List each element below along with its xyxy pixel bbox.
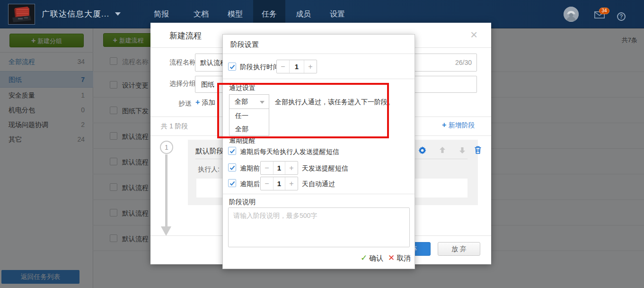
after-due-suffix: 天自动通过	[302, 180, 335, 189]
trash-icon	[473, 145, 483, 155]
plus-icon: +	[195, 98, 200, 106]
app-root: 广联达信息大厦... 简报 文档 模型 任务 成员 设置 34 ?	[0, 0, 644, 288]
building-thumbnail-icon	[9, 4, 35, 24]
chevron-down-icon[interactable]	[115, 12, 121, 16]
stepper-plus-button[interactable]: +	[285, 162, 298, 174]
divider	[223, 194, 415, 194]
delete-stage-button[interactable]	[473, 145, 483, 157]
stage-number-badge: 1	[160, 141, 173, 154]
pass-rule-dropdown: 任一 全部	[229, 109, 269, 136]
check-icon	[229, 180, 236, 187]
stage-settings-button[interactable]	[418, 146, 427, 157]
check-icon	[229, 164, 236, 171]
stage-desc-title: 阶段说明	[229, 198, 256, 207]
stage-settings-modal: 阶段设置 阶段执行时间: − 1 + 通过设置 全部 任一 全部 全部执行人通过…	[222, 34, 415, 269]
daily-remind-checkbox[interactable]	[228, 147, 236, 155]
stepper-plus-button[interactable]: +	[285, 177, 298, 190]
notification-badge: 34	[599, 8, 609, 14]
timeline-line	[165, 154, 168, 226]
divider	[223, 54, 415, 54]
stage-total-label: 共 1 阶段	[161, 122, 188, 131]
move-stage-up-button[interactable]	[438, 146, 447, 156]
after-due-label: 逾期后	[240, 180, 260, 189]
cross-icon: ✕	[388, 253, 395, 262]
stage-desc-textarea[interactable]	[228, 207, 410, 247]
dropdown-option-all[interactable]: 全部	[229, 122, 269, 135]
flow-name-label: 流程名称	[169, 58, 196, 67]
before-due-suffix: 天发送提醒短信	[302, 164, 348, 173]
exec-time-stepper: − 1 +	[276, 60, 317, 73]
daily-remind-label: 逾期后每天给执行人发送提醒短信	[240, 148, 339, 156]
after-due-checkbox[interactable]	[228, 179, 236, 187]
caret-down-icon	[260, 101, 265, 104]
timeline-arrow-icon	[161, 226, 171, 236]
check-icon	[229, 148, 236, 154]
stepper-value[interactable]: 1	[273, 177, 285, 190]
divider	[223, 79, 415, 79]
pass-rule-description: 全部执行人通过，该任务进入下一阶段。	[275, 98, 394, 107]
gear-icon	[418, 146, 427, 155]
dropdown-option-any[interactable]: 任一	[229, 109, 269, 122]
group-select-label: 选择分组	[169, 80, 196, 88]
stepper-plus-button[interactable]: +	[304, 60, 317, 73]
pass-rule-select[interactable]: 全部	[229, 94, 269, 109]
project-title[interactable]: 广联达信息大厦...	[42, 9, 109, 19]
char-counter: 26/30	[455, 54, 472, 71]
plus-icon: +	[442, 121, 446, 129]
help-icon[interactable]: ?	[617, 12, 626, 21]
exec-time-checkbox[interactable]	[228, 63, 236, 71]
discard-button[interactable]: 放 弃	[438, 242, 480, 256]
exec-time-label: 阶段执行时间:	[240, 63, 282, 72]
close-icon[interactable]: ×	[470, 28, 477, 41]
stepper-minus-button[interactable]: −	[277, 60, 289, 73]
before-due-checkbox[interactable]	[228, 163, 236, 171]
stepper-minus-button[interactable]: −	[261, 177, 273, 190]
executor-label: 执行人:	[198, 165, 220, 174]
before-due-label: 逾期前	[240, 164, 260, 173]
cc-label: 抄送	[178, 99, 192, 108]
modal-title: 阶段设置	[230, 40, 259, 49]
stepper-value[interactable]: 1	[289, 60, 304, 73]
pass-settings-title: 通过设置	[229, 84, 256, 92]
modal-title: 新建流程	[169, 30, 202, 41]
cc-add-button[interactable]: + 添加	[195, 98, 215, 107]
confirm-button[interactable]: ✓确认	[361, 253, 383, 263]
arrow-up-icon	[438, 146, 447, 154]
before-due-stepper: − 1 +	[260, 161, 298, 175]
cancel-button[interactable]: ✕取消	[388, 253, 411, 263]
remind-settings-title: 逾期提醒	[229, 136, 256, 145]
project-logo[interactable]	[8, 4, 35, 25]
check-icon: ✓	[361, 253, 367, 262]
move-stage-down-button[interactable]	[458, 146, 467, 156]
user-avatar[interactable]	[564, 7, 579, 22]
hardhat-person-icon	[564, 7, 579, 22]
arrow-down-icon	[458, 146, 467, 154]
stepper-minus-button[interactable]: −	[261, 162, 273, 174]
check-icon	[229, 63, 236, 70]
after-due-stepper: − 1 +	[260, 177, 298, 190]
stage-name: 默认阶段	[195, 147, 224, 156]
add-stage-button[interactable]: + 新增阶段	[442, 121, 475, 130]
stepper-value[interactable]: 1	[273, 162, 285, 174]
